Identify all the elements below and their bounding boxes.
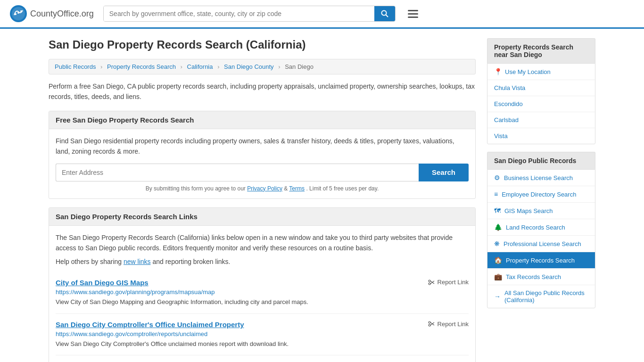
location-pin-icon: 📍 — [494, 68, 502, 75]
svg-point-7 — [429, 280, 430, 282]
links-body: The San Diego Property Records Search (C… — [49, 226, 475, 362]
sidebar-near-title: Property Records Search near San Diego — [487, 38, 595, 63]
link-title-comptroller[interactable]: San Diego City Comptroller's Office Uncl… — [56, 321, 244, 329]
link-item: San Diego City Comptroller's Office Uncl… — [56, 314, 469, 356]
breadcrumb: Public Records › Property Records Search… — [49, 59, 476, 74]
links-heading: San Diego Property Records Search Links — [49, 208, 475, 226]
link-desc-gis-maps: View City of San Diego Mapping and Geogr… — [56, 297, 469, 307]
main-container: San Diego Property Records Search (Calif… — [39, 29, 605, 362]
search-icon — [381, 10, 388, 17]
breadcrumb-california[interactable]: California — [187, 63, 213, 70]
hamburger-line — [408, 13, 418, 15]
site-logo[interactable]: CountyOffice.org — [9, 5, 94, 23]
scissors-icon — [428, 321, 435, 327]
near-item-chula-vista[interactable]: Chula Vista — [487, 80, 595, 96]
report-link-button[interactable]: Report Link — [428, 279, 469, 286]
global-search-button[interactable] — [374, 6, 395, 21]
breadcrumb-property-records[interactable]: Property Records Search — [107, 63, 176, 70]
breadcrumb-sep: › — [181, 63, 182, 70]
sidebar-item-gis-maps[interactable]: 🗺 GIS Maps Search — [487, 203, 595, 219]
hamburger-menu-button[interactable] — [405, 5, 421, 23]
help-text: Help others by sharing new links and rep… — [56, 258, 469, 265]
free-search-heading: Free San Diego Property Records Search — [49, 111, 475, 129]
breadcrumb-sep: › — [100, 63, 102, 70]
free-search-description: Find San Diego residential property reco… — [56, 136, 469, 157]
use-my-location-item[interactable]: 📍 Use My Location — [487, 64, 595, 80]
svg-point-11 — [429, 321, 430, 323]
link-item-header: San Diego City Comptroller's Office Uncl… — [56, 321, 469, 329]
global-search-bar — [103, 6, 396, 22]
report-link-button[interactable]: Report Link — [428, 321, 469, 328]
home-icon: 🏠 — [494, 256, 502, 264]
svg-point-12 — [429, 324, 430, 326]
global-search-input[interactable] — [104, 6, 374, 21]
privacy-policy-link[interactable]: Privacy Policy — [247, 185, 282, 192]
logo-text: CountyOffice.org — [30, 9, 94, 19]
free-search-section: Free San Diego Property Records Search F… — [49, 111, 476, 199]
breadcrumb-san-diego-county[interactable]: San Diego County — [224, 63, 274, 70]
breadcrumb-public-records[interactable]: Public Records — [55, 63, 96, 70]
address-input[interactable] — [56, 164, 419, 181]
gear-icon: ⚙ — [494, 174, 500, 181]
svg-line-6 — [386, 15, 388, 17]
use-my-location-link[interactable]: Use My Location — [505, 68, 551, 75]
page-description: Perform a free San Diego, CA public prop… — [49, 81, 476, 102]
sidebar-item-all-records[interactable]: → All San Diego Public Records (Californ… — [487, 285, 595, 308]
sidebar-near-list: 📍 Use My Location Chula Vista Escondido … — [487, 63, 595, 144]
sidebar-public-records-list: ⚙ Business License Search ≡ Employee Dir… — [487, 169, 595, 308]
page-title: San Diego Property Records Search (Calif… — [49, 38, 476, 51]
link-title-gis-maps[interactable]: City of San Diego GIS Maps — [56, 279, 149, 287]
hamburger-line — [408, 10, 418, 11]
sidebar-near-section: Property Records Search near San Diego 📍… — [487, 38, 595, 144]
svg-point-5 — [381, 11, 386, 16]
sidebar-public-records-section: San Diego Public Records ⚙ Business Lice… — [487, 152, 595, 308]
arrow-icon: → — [494, 293, 501, 300]
scissors-icon — [428, 279, 435, 286]
free-search-body: Find San Diego residential property reco… — [49, 129, 475, 198]
svg-point-4 — [20, 10, 22, 12]
near-item-vista[interactable]: Vista — [487, 128, 595, 144]
breadcrumb-sep: › — [278, 63, 280, 70]
briefcase-icon: 💼 — [494, 273, 502, 280]
link-item-header: City of San Diego GIS Maps Report Link — [56, 279, 469, 287]
site-header: CountyOffice.org — [0, 0, 644, 29]
new-links-link[interactable]: new links — [124, 258, 151, 265]
logo-icon — [9, 5, 27, 23]
link-item: San Diego Treasurer Tax Records Report L… — [56, 355, 469, 362]
star-icon: ❋ — [494, 240, 500, 247]
sidebar-item-tax-records[interactable]: 💼 Tax Records Search — [487, 269, 595, 285]
links-description: The San Diego Property Records Search (C… — [56, 232, 469, 254]
address-search-button[interactable]: Search — [419, 164, 469, 181]
list-icon: ≡ — [494, 190, 498, 198]
sidebar-public-records-title: San Diego Public Records — [487, 152, 595, 169]
breadcrumb-sep: › — [217, 63, 219, 70]
sidebar-item-land-records[interactable]: 🌲 Land Records Search — [487, 219, 595, 236]
link-url-comptroller[interactable]: https://www.sandiego.gov/comptroller/rep… — [56, 330, 469, 337]
breadcrumb-current: San Diego — [285, 63, 314, 70]
svg-point-8 — [429, 283, 430, 285]
svg-point-2 — [15, 13, 17, 15]
sidebar: Property Records Search near San Diego 📍… — [487, 38, 595, 362]
near-item-escondido[interactable]: Escondido — [487, 96, 595, 112]
link-url-gis-maps[interactable]: https://www.sandiego.gov/planning/progra… — [56, 288, 469, 296]
form-disclaimer: By submitting this form you agree to our… — [56, 185, 469, 192]
links-section: San Diego Property Records Search Links … — [49, 207, 476, 362]
content-area: San Diego Property Records Search (Calif… — [49, 38, 476, 362]
near-item-carlsbad[interactable]: Carlsbad — [487, 112, 595, 128]
map-icon: 🗺 — [494, 207, 501, 214]
tree-icon: 🌲 — [494, 223, 502, 231]
sidebar-item-property-records[interactable]: 🏠 Property Records Search — [487, 252, 595, 269]
link-desc-comptroller: View San Diego City Comptroller's Office… — [56, 339, 469, 349]
sidebar-item-professional-license[interactable]: ❋ Professional License Search — [487, 236, 595, 252]
terms-link[interactable]: Terms — [289, 185, 305, 192]
sidebar-item-employee-directory[interactable]: ≡ Employee Directory Search — [487, 186, 595, 203]
svg-point-3 — [17, 12, 19, 14]
sidebar-item-business-license[interactable]: ⚙ Business License Search — [487, 170, 595, 186]
link-item: City of San Diego GIS Maps Report Link h… — [56, 272, 469, 314]
address-search-row: Search — [56, 164, 469, 181]
hamburger-line — [408, 16, 418, 18]
